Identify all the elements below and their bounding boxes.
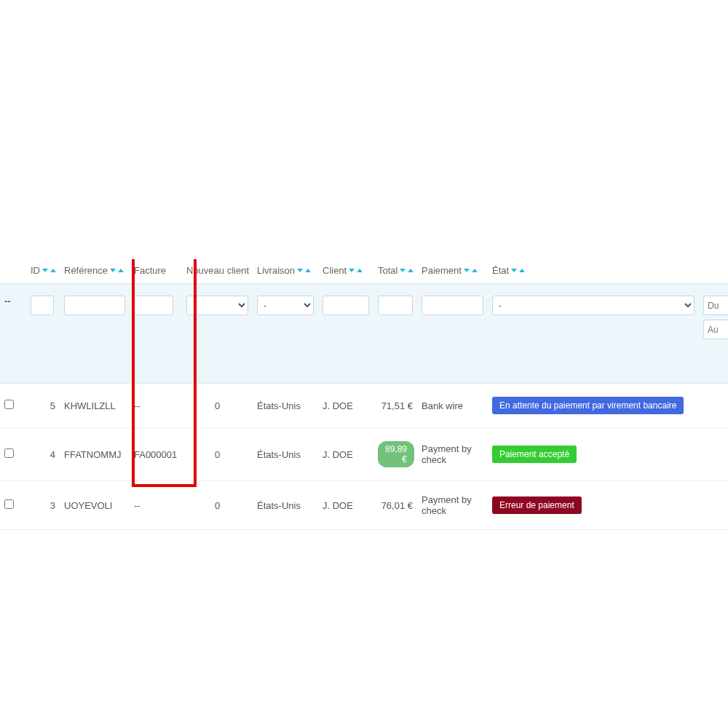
cell-nouveau-client: 0 [182,384,253,428]
sort-desc-icon[interactable] [511,269,517,272]
cell-etat: En attente du paiement par virement banc… [488,384,699,428]
cell-client: J. DOE [318,384,373,428]
row-checkbox[interactable] [4,400,14,409]
cell-id: 3 [26,481,60,530]
cell-facture: -- [130,384,182,428]
sort-asc-icon[interactable] [50,269,56,272]
filter-livraison-select[interactable]: - [257,296,314,315]
filter-date-to-input[interactable] [703,320,728,339]
col-etat-label: État [492,265,509,276]
filter-client-input[interactable] [323,296,369,315]
sort-desc-icon[interactable] [400,269,405,272]
cell-total: 76,01 € [373,481,417,530]
sort-asc-icon[interactable] [118,269,124,272]
cell-client: J. DOE [318,481,373,530]
filter-reference-input[interactable] [64,296,125,315]
cell-livraison: États-Unis [253,428,318,481]
sort-desc-icon[interactable] [464,269,470,272]
status-badge: Paiement accepté [492,446,577,463]
col-facture-label: Facture [134,265,166,276]
filter-facture-input[interactable] [134,296,173,315]
cell-etat: Erreur de paiement [488,481,699,530]
cell-total: 71,51 € [373,384,417,428]
row-checkbox[interactable] [4,448,14,458]
col-id-label: ID [31,265,40,276]
row-checkbox[interactable] [4,499,14,509]
cell-reference: FFATNOMMJ [60,428,130,481]
sort-asc-icon[interactable] [305,269,311,272]
cell-paiement: Payment by check [417,428,488,481]
filter-date-from-input[interactable] [703,296,728,315]
sort-asc-icon[interactable] [357,269,363,272]
col-nouveau-client-label: Nouveau client [186,265,249,276]
cell-id: 5 [26,384,60,428]
sort-asc-icon[interactable] [519,269,525,272]
table-row[interactable]: 5KHWLILZLL--0États-UnisJ. DOE71,51 €Bank… [0,384,728,428]
col-reference-label: Référence [64,265,108,276]
cell-livraison: États-Unis [253,481,318,530]
cell-livraison: États-Unis [253,384,318,428]
cell-reference: KHWLILZLL [60,384,130,428]
filter-bulk-placeholder: -- [0,284,26,384]
cell-nouveau-client: 0 [182,428,253,481]
total-badge: 89,89 € [378,441,414,467]
col-livraison-label: Livraison [257,265,295,276]
filter-total-input[interactable] [378,296,413,315]
status-badge: Erreur de paiement [492,496,582,514]
cell-id: 4 [26,428,60,481]
filter-nouveau-client-select[interactable]: - [186,296,248,315]
cell-facture: -- [130,481,182,530]
sort-desc-icon[interactable] [297,269,303,272]
sort-desc-icon[interactable] [349,269,355,272]
table-row[interactable]: 3UOYEVOLI--0États-UnisJ. DOE76,01 €Payme… [0,481,728,530]
cell-total: 89,89 € [373,428,417,481]
cell-etat: Paiement accepté [488,428,699,481]
filter-paiement-input[interactable] [422,296,483,315]
cell-facture: FA000001 [130,428,182,481]
col-client-label: Client [323,265,347,276]
sort-desc-icon[interactable] [110,269,116,272]
cell-client: J. DOE [318,428,373,481]
orders-table: ID Référence Facture Nouveau client Livr… [0,259,728,530]
cell-paiement: Payment by check [417,481,488,530]
cell-nouveau-client: 0 [182,481,253,530]
col-paiement-label: Paiement [422,265,462,276]
sort-asc-icon[interactable] [408,269,414,272]
table-row[interactable]: 4FFATNOMMJFA0000010États-UnisJ. DOE89,89… [0,428,728,481]
filter-id-input[interactable] [31,296,54,315]
filter-etat-select[interactable]: - [492,296,695,315]
sort-desc-icon[interactable] [42,269,48,272]
status-badge: En attente du paiement par virement banc… [492,397,684,414]
cell-reference: UOYEVOLI [60,481,130,530]
sort-asc-icon[interactable] [472,269,478,272]
col-total-label: Total [378,265,397,276]
cell-paiement: Bank wire [417,384,488,428]
